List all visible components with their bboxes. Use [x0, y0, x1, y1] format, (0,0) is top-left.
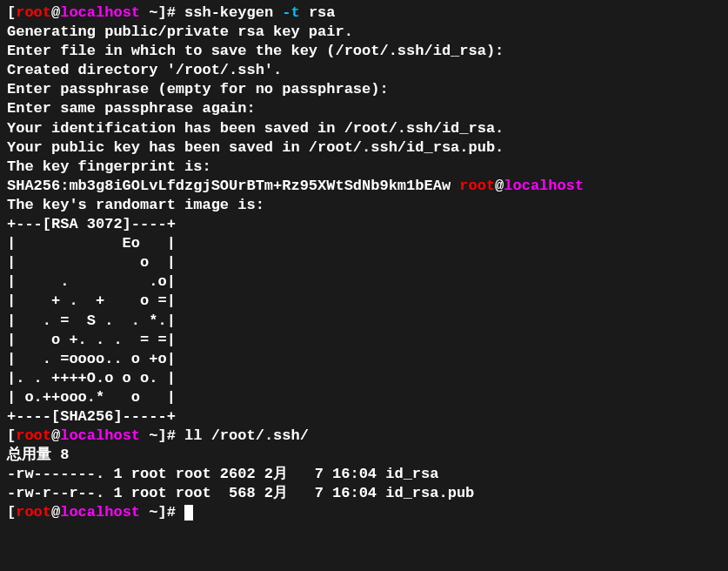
output-line: The key fingerprint is: [7, 158, 721, 177]
randomart-line: | + . + o =| [7, 292, 721, 311]
command-arg: rsa [300, 4, 336, 21]
at-sign: @ [51, 427, 60, 444]
output-line: Generating public/private rsa key pair. [7, 23, 721, 42]
randomart-line: | o +. . . = =| [7, 331, 721, 350]
bracket-close: ]# [157, 504, 184, 521]
hostname: localhost [60, 427, 140, 444]
output-line: Your identification has been saved in /r… [7, 119, 721, 138]
command: ll /root/.ssh/ [184, 427, 309, 444]
at-sign: @ [51, 4, 60, 21]
ls-total: 总用量 8 [7, 446, 721, 465]
bracket-open: [ [7, 504, 16, 521]
user: root [16, 504, 51, 521]
randomart-line: | . =oooo.. o +o| [7, 350, 721, 369]
randomart-line: | o.++ooo.* o | [7, 388, 721, 407]
fingerprint-line: SHA256:mb3g8iGOLvLfdzgjSOUrBTm+Rz95XWtSd… [7, 177, 721, 196]
ls-row: -rw-r--r--. 1 root root 568 2月 7 16:04 i… [7, 484, 721, 503]
user: root [459, 178, 495, 194]
randomart-line: | . .o| [7, 272, 721, 292]
randomart-line: | o | [7, 253, 721, 272]
randomart-line: |. . ++++O.o o o. | [7, 369, 721, 388]
randomart-line: | . = S . . *.| [7, 312, 721, 331]
at-sign: @ [495, 178, 504, 194]
hostname: localhost [60, 4, 140, 21]
randomart-line: +---[RSA 3072]----+ [7, 215, 721, 234]
output-line: Enter same passphrase again: [7, 99, 721, 118]
output-line: The key's randomart image is: [7, 196, 721, 215]
bracket-open: [ [7, 4, 16, 21]
hostname: localhost [60, 504, 140, 521]
bracket-open: [ [7, 427, 16, 444]
user: root [16, 4, 51, 21]
command: ssh-keygen [184, 4, 282, 21]
output-line: Enter file in which to save the key (/ro… [7, 42, 721, 61]
cursor-icon [184, 505, 193, 521]
randomart-line: | Eo | [7, 234, 721, 253]
cwd: ~ [140, 504, 157, 521]
hostname: localhost [504, 178, 584, 194]
output-line: Enter passphrase (empty for no passphras… [7, 80, 721, 99]
user: root [16, 427, 51, 444]
cwd: ~ [140, 427, 157, 444]
output-line: Your public key has been saved in /root/… [7, 138, 721, 158]
cwd: ~ [140, 4, 157, 21]
sha-value: SHA256:mb3g8iGOLvLfdzgjSOUrBTm+Rz95XWtSd… [7, 178, 459, 194]
prompt-line-1: [root@localhost ~]# ssh-keygen -t rsa [7, 3, 721, 23]
output-line: Created directory '/root/.ssh'. [7, 61, 721, 80]
command-flag: -t [282, 4, 299, 21]
bracket-close: ]# [157, 4, 184, 21]
at-sign: @ [51, 504, 60, 521]
ls-row: -rw-------. 1 root root 2602 2月 7 16:04 … [7, 465, 721, 484]
bracket-close: ]# [157, 427, 184, 444]
terminal-output[interactable]: [root@localhost ~]# ssh-keygen -t rsa Ge… [7, 3, 721, 523]
randomart-line: +----[SHA256]-----+ [7, 407, 721, 427]
prompt-line-3: [root@localhost ~]# [7, 503, 721, 522]
prompt-line-2: [root@localhost ~]# ll /root/.ssh/ [7, 427, 721, 446]
